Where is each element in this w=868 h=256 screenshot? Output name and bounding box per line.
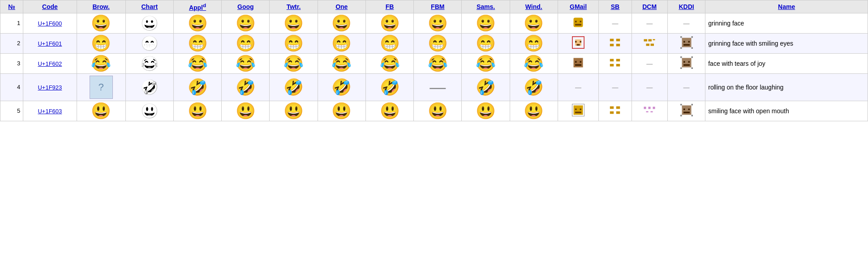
col-goog[interactable]: Goog xyxy=(222,0,270,13)
svg-rect-12 xyxy=(616,44,620,47)
cell-twtr: 😁 xyxy=(270,33,318,53)
svg-rect-9 xyxy=(610,39,614,42)
col-chart[interactable]: Chart xyxy=(125,0,173,13)
svg-rect-3 xyxy=(575,24,581,26)
svg-rect-23 xyxy=(691,36,693,38)
col-sams[interactable]: Sams. xyxy=(462,0,510,13)
cell-name: rolling on the floor laughing xyxy=(705,73,868,101)
cell-num: 3 xyxy=(0,53,23,73)
cell-code[interactable]: U+1F602 xyxy=(23,53,77,73)
cell-name: smiling face with open mouth xyxy=(705,101,868,121)
col-apple[interactable]: Appld xyxy=(173,0,221,13)
col-name[interactable]: Name xyxy=(705,0,868,13)
cell-wind: 😁 xyxy=(510,33,558,53)
cell-gmail xyxy=(558,33,598,53)
svg-rect-36 xyxy=(688,61,690,63)
svg-rect-25 xyxy=(691,47,693,49)
col-code[interactable]: Code xyxy=(23,0,77,13)
svg-rect-16 xyxy=(646,44,650,46)
svg-rect-59 xyxy=(683,112,690,114)
svg-rect-8 xyxy=(577,44,580,46)
svg-rect-15 xyxy=(653,39,655,41)
cell-kddi: — xyxy=(667,73,705,101)
svg-rect-39 xyxy=(691,56,693,58)
cell-fb: 😃 xyxy=(365,101,413,121)
svg-rect-28 xyxy=(580,61,582,63)
cell-goog: 😂 xyxy=(222,53,270,73)
cell-gmail xyxy=(558,101,598,121)
svg-rect-14 xyxy=(649,39,652,42)
cell-wind: 😃 xyxy=(510,101,558,121)
col-twtr[interactable]: Twtr. xyxy=(270,0,318,13)
cell-kddi: — xyxy=(667,13,705,33)
cell-goog: 🤣 xyxy=(222,73,270,101)
cell-apple: 😃 xyxy=(173,101,221,121)
svg-rect-62 xyxy=(680,115,682,117)
svg-rect-52 xyxy=(649,107,651,109)
cell-fb: 😂 xyxy=(365,53,413,73)
svg-rect-58 xyxy=(688,109,690,111)
cell-brow: 😀 xyxy=(77,13,125,33)
col-fbm[interactable]: FBM xyxy=(414,0,462,13)
svg-rect-31 xyxy=(616,59,620,62)
table-row: 4U+1F923?🤣🤣🤣🤣🤣🤣—🤣🤣————rolling on the flo… xyxy=(0,73,868,101)
svg-rect-55 xyxy=(651,111,653,113)
cell-code[interactable]: U+1F601 xyxy=(23,33,77,53)
svg-rect-33 xyxy=(616,64,620,67)
cell-brow: ? xyxy=(77,73,125,101)
svg-rect-13 xyxy=(644,39,648,42)
svg-rect-30 xyxy=(610,59,614,62)
svg-rect-22 xyxy=(680,36,682,38)
cell-goog: 😀 xyxy=(222,13,270,33)
cell-dcm: — xyxy=(632,53,667,73)
svg-rect-26 xyxy=(574,58,583,68)
cell-code[interactable]: U+1F603 xyxy=(23,101,77,121)
col-num[interactable]: № xyxy=(0,0,23,13)
cell-num: 1 xyxy=(0,13,23,33)
col-sb[interactable]: SB xyxy=(599,0,632,13)
col-gmail[interactable]: GMail xyxy=(558,0,598,13)
cell-dcm: — xyxy=(632,73,667,101)
table-row: 5U+1F603😃😃😃😃😃😃😃😃😃😃 smiling face with ope… xyxy=(0,101,868,121)
cell-twtr: 😃 xyxy=(270,101,318,121)
cell-brow: 😁 xyxy=(77,33,125,53)
svg-rect-40 xyxy=(680,68,682,69)
cell-wind: 😂 xyxy=(510,53,558,73)
svg-rect-37 xyxy=(683,64,690,66)
cell-brow: 😂 xyxy=(77,53,125,73)
emoji-table: № Code Brow. Chart Appld Goog Twtr. One … xyxy=(0,0,868,121)
cell-code[interactable]: U+1F923 xyxy=(23,73,77,101)
cell-apple: 😁 xyxy=(173,33,221,53)
cell-fbm: 😁 xyxy=(414,33,462,53)
cell-brow: 😃 xyxy=(77,101,125,121)
svg-rect-49 xyxy=(610,111,614,114)
cell-one: 😃 xyxy=(318,101,365,121)
cell-fbm: — xyxy=(414,73,462,101)
svg-rect-56 xyxy=(682,106,691,115)
svg-rect-7 xyxy=(580,41,582,43)
svg-rect-35 xyxy=(683,61,685,63)
svg-rect-18 xyxy=(682,38,691,47)
cell-code[interactable]: U+1F600 xyxy=(23,13,77,33)
svg-rect-20 xyxy=(688,41,690,43)
svg-rect-51 xyxy=(644,107,646,109)
svg-rect-32 xyxy=(610,64,614,67)
svg-rect-46 xyxy=(575,112,581,114)
col-one[interactable]: One xyxy=(318,0,365,13)
col-wind[interactable]: Wind. xyxy=(510,0,558,13)
svg-rect-0 xyxy=(574,18,583,27)
svg-rect-63 xyxy=(691,115,693,117)
cell-sb: — xyxy=(599,13,632,33)
cell-kddi xyxy=(667,53,705,73)
col-dcm[interactable]: DCM xyxy=(632,0,667,13)
svg-rect-21 xyxy=(683,44,690,46)
col-kddi[interactable]: KDDI xyxy=(667,0,705,13)
col-brow[interactable]: Brow. xyxy=(77,0,125,13)
col-fb[interactable]: FB xyxy=(365,0,413,13)
table-row: 2U+1F601😁😁😁😁😁😁😁😁😁😁 grinning face with sm… xyxy=(0,33,868,53)
cell-chart: 😂 xyxy=(125,53,173,73)
svg-rect-48 xyxy=(616,107,620,109)
svg-rect-2 xyxy=(580,21,582,23)
svg-rect-61 xyxy=(691,104,693,106)
cell-num: 4 xyxy=(0,73,23,101)
